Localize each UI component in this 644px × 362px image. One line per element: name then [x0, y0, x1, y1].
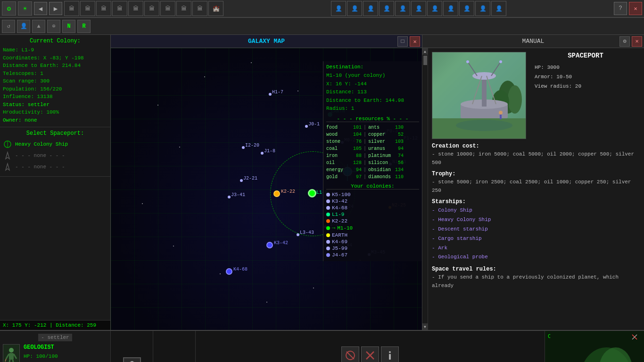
- action-icon-9[interactable]: 🏛: [192, 1, 207, 16]
- manual-item-title: SPACEPORT: [531, 52, 640, 59]
- ship-row-2[interactable]: - - - none - - -: [3, 151, 107, 160]
- colony-list-item[interactable]: J4-67: [326, 252, 419, 258]
- colony-list-item[interactable]: K5-100: [326, 191, 419, 198]
- scroll-down-btn[interactable]: ▼: [422, 323, 428, 330]
- svg-point-14: [499, 60, 502, 63]
- star-J0-1[interactable]: [305, 125, 308, 128]
- colony-list-item[interactable]: EARTH: [326, 232, 419, 239]
- unit-icon-6[interactable]: 👤: [411, 1, 426, 16]
- star-H1-7[interactable]: [269, 93, 272, 96]
- unit-icon-7[interactable]: 👤: [427, 1, 442, 16]
- map-close-btn[interactable]: ✕: [410, 36, 420, 47]
- colony-list-item[interactable]: K3-42: [326, 198, 419, 205]
- map-area[interactable]: GALAXY MAP □ ✕ H1-7 J0: [111, 35, 422, 330]
- svg-line-24: [9, 360, 10, 362]
- star-J3-41[interactable]: [228, 196, 231, 198]
- r-icon[interactable]: R: [77, 20, 91, 33]
- star-I2-20[interactable]: [242, 146, 245, 149]
- starship-link[interactable]: - Geological probe: [432, 253, 640, 262]
- svg-point-17: [499, 111, 503, 115]
- star-K4-68[interactable]: [226, 268, 232, 275]
- unit-icons-group: 👤 👤 👤 👤 👤 👤 👤 👤 👤 👤 👤: [331, 1, 506, 16]
- star-K3-42[interactable]: [266, 242, 273, 248]
- colony-list-item[interactable]: L1-9: [326, 211, 419, 218]
- resource-row: wood104|copper52: [326, 131, 419, 138]
- unit-icon-1[interactable]: 👤: [331, 1, 346, 16]
- colony-list-item[interactable]: K2-22: [326, 218, 419, 224]
- star-L3-43[interactable]: [297, 233, 299, 236]
- action-icon-6[interactable]: 🏛: [144, 1, 159, 16]
- starship-link[interactable]: - Descent starship: [432, 225, 640, 234]
- action-icon-2[interactable]: 🏛: [80, 1, 95, 16]
- starship-link[interactable]: - Heavy Colony Ship: [432, 215, 640, 225]
- shield-btn[interactable]: [123, 357, 141, 362]
- x-action-btn[interactable]: [361, 346, 379, 362]
- resources-table: - - - resources % - - - food101|ants130w…: [326, 116, 419, 181]
- svg-point-19: [456, 120, 512, 131]
- colony-list-item[interactable]: K4-68: [326, 205, 419, 211]
- action-icon-4[interactable]: 🏛: [112, 1, 127, 16]
- manual-close-btn[interactable]: ✕: [632, 36, 642, 47]
- minimap-panel: C + ◀ ▶ — +: [545, 331, 644, 362]
- unit-icon-3[interactable]: 👤: [363, 1, 378, 16]
- unit-icon-4[interactable]: 👤: [379, 1, 394, 16]
- nav-next-btn[interactable]: ▶: [49, 2, 62, 15]
- starship-link[interactable]: - Colony Ship: [432, 206, 640, 215]
- star-J2-21[interactable]: [240, 179, 243, 182]
- colony-list-item[interactable]: J5-99: [326, 245, 419, 252]
- starship-link[interactable]: - Cargo starship: [432, 234, 640, 244]
- star-L1-9[interactable]: [308, 189, 316, 197]
- svg-rect-9: [482, 76, 487, 107]
- resource-row: energy94|obsidian134: [326, 166, 419, 173]
- up-arrow-icon[interactable]: ▲: [32, 20, 45, 33]
- cancel-action-btn[interactable]: [341, 346, 359, 362]
- action-icon-3[interactable]: 🏛: [96, 1, 111, 16]
- destination-name: M1-10 (your colony): [326, 72, 419, 80]
- scroll-track[interactable]: [423, 55, 428, 323]
- minimap[interactable]: C + ◀ ▶ — +: [545, 331, 644, 362]
- unit-icon-5[interactable]: 👤: [395, 1, 410, 16]
- colony-list-item[interactable]: K4-69: [326, 239, 419, 245]
- help-btn[interactable]: ?: [614, 2, 627, 15]
- action-icon-8[interactable]: 🏛: [176, 1, 191, 16]
- scroll-up-btn[interactable]: ▲: [422, 48, 428, 55]
- rotate-icon[interactable]: ↺: [2, 20, 15, 33]
- map-title-bar: GALAXY MAP □ ✕: [111, 35, 422, 48]
- scroll-thumb: [423, 56, 427, 65]
- settings-icon[interactable]: ⚙: [2, 1, 16, 16]
- unit-icon-11[interactable]: 👤: [491, 1, 506, 16]
- action-icon-1[interactable]: 🏛: [64, 1, 79, 16]
- ship-row-1[interactable]: Heavy Colony Ship: [3, 140, 107, 149]
- map-maximize-btn[interactable]: □: [397, 36, 408, 47]
- nav-prev-btn[interactable]: ◀: [34, 2, 47, 15]
- unit-icon-8[interactable]: 👤: [443, 1, 458, 16]
- info-action-btn[interactable]: [381, 346, 399, 362]
- star-J1-8[interactable]: [261, 152, 264, 155]
- unit-icon-9[interactable]: 👤: [459, 1, 474, 16]
- action-row-top: [341, 346, 399, 362]
- action-icon-7[interactable]: 🏛: [160, 1, 175, 16]
- crosshair-icon[interactable]: ⊕: [47, 20, 60, 33]
- close-btn-top[interactable]: ✕: [629, 2, 642, 15]
- unit-icon-2[interactable]: 👤: [347, 1, 362, 16]
- n-icon[interactable]: N: [62, 20, 75, 33]
- starship-link[interactable]: - Ark: [432, 244, 640, 253]
- star-K2-22[interactable]: [273, 190, 280, 197]
- manual-settings-btn[interactable]: ⚙: [619, 36, 630, 47]
- action-icon-5[interactable]: 🏛: [128, 1, 143, 16]
- help-icon[interactable]: ☀: [18, 1, 32, 16]
- person-icon[interactable]: 👤: [17, 20, 30, 33]
- svg-point-32: [389, 351, 391, 353]
- action-icon-10[interactable]: 🏰: [208, 1, 223, 16]
- trophy-body: - stone 5000; iron 2500; coal 2500; oil …: [432, 178, 640, 195]
- resources-title: - - - resources % - - -: [326, 116, 419, 122]
- manual-scrollbar[interactable]: ▲ ▼: [422, 48, 428, 330]
- map-canvas[interactable]: H1-7 J0-1 I2-20 J1-8 EARTH P0-3 P1-12 M0…: [111, 48, 422, 330]
- ship-name-1: Heavy Colony Ship: [15, 141, 68, 147]
- unit-icon-10[interactable]: 👤: [475, 1, 490, 16]
- settler-bar: - settler: [38, 334, 72, 341]
- ship-row-3[interactable]: - - - none - - -: [3, 162, 107, 172]
- colony-scan-range: Scan range: 300: [3, 77, 107, 85]
- colony-list-item[interactable]: →M1-10: [326, 224, 419, 232]
- current-colony-title: Current Colony:: [3, 38, 107, 44]
